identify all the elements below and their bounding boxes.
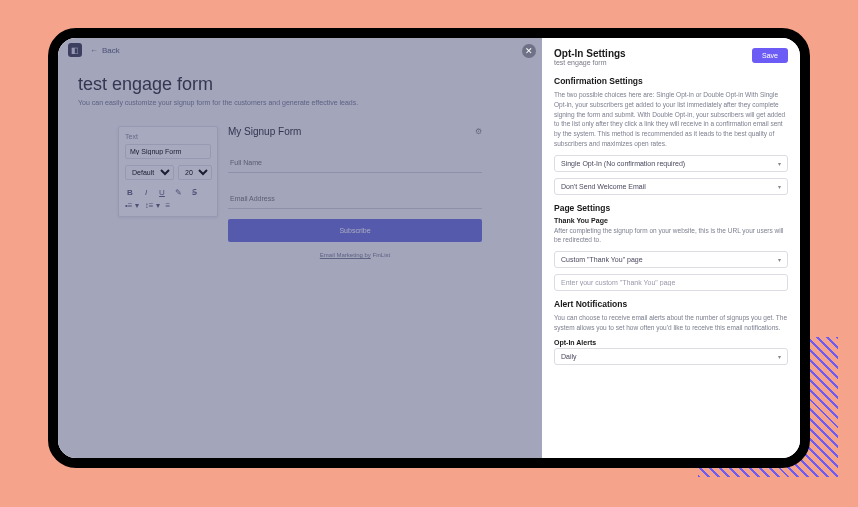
credit-line: Email Marketing by FinList: [228, 252, 482, 258]
welcome-email-select[interactable]: Don't Send Welcome Email ▾: [554, 178, 788, 195]
toolbox-label: Text: [125, 133, 211, 140]
optin-type-value: Single Opt-In (No confirmation required): [561, 160, 685, 167]
underline-icon[interactable]: U: [157, 188, 167, 197]
thankyou-sub: Thank You Page: [554, 217, 788, 224]
chevron-down-icon: ▾: [778, 183, 781, 190]
thankyou-url-input[interactable]: [554, 274, 788, 291]
align-row: •≡ ▾ ↕≡ ▾ ≡: [125, 199, 211, 210]
topbar: ◧ ← Back: [58, 38, 542, 62]
subscribe-button[interactable]: Subscribe: [228, 219, 482, 242]
alerts-frequency-value: Daily: [561, 353, 577, 360]
form-title: My Signup Form: [228, 126, 301, 137]
bold-icon[interactable]: B: [125, 188, 135, 197]
chevron-down-icon: ▾: [778, 353, 781, 360]
close-panel-button[interactable]: ✕: [522, 44, 536, 58]
gear-icon[interactable]: ⚙: [475, 127, 482, 136]
list-icon[interactable]: •≡ ▾: [125, 201, 139, 210]
lineheight-icon[interactable]: ↕≡ ▾: [145, 201, 160, 210]
text-toolbox: Text Default 20 B I U ✎ S̶ •≡ ▾: [118, 126, 218, 217]
chevron-down-icon: ▾: [778, 160, 781, 167]
strike-icon[interactable]: S̶: [189, 188, 199, 197]
page-settings-title: Page Settings: [554, 203, 788, 213]
align-icon[interactable]: ≡: [166, 201, 171, 210]
form-preview: My Signup Form ⚙ Subscribe Email Marketi…: [228, 126, 482, 258]
alerts-frequency-select[interactable]: Daily ▾: [554, 348, 788, 365]
settings-panel: Opt-In Settings test engage form Save Co…: [542, 38, 800, 458]
credit-prefix: Email Marketing by: [320, 252, 371, 258]
text-value-input[interactable]: [125, 144, 211, 159]
italic-icon[interactable]: I: [141, 188, 151, 197]
confirmation-title: Confirmation Settings: [554, 76, 788, 86]
font-size-select[interactable]: 20: [178, 165, 212, 180]
panel-title: Opt-In Settings: [554, 48, 626, 59]
chevron-down-icon: ▾: [778, 256, 781, 263]
page-title: test engage form: [78, 74, 522, 95]
optin-type-select[interactable]: Single Opt-In (No confirmation required)…: [554, 155, 788, 172]
font-family-select[interactable]: Default: [125, 165, 174, 180]
back-button[interactable]: ← Back: [90, 46, 120, 55]
back-label: Back: [102, 46, 120, 55]
arrow-left-icon: ←: [90, 46, 98, 55]
alerts-title: Alert Notifications: [554, 299, 788, 309]
page-subtitle: You can easily customize your signup for…: [78, 99, 522, 106]
alerts-sub: Opt-In Alerts: [554, 339, 788, 346]
editor-area: ✕ ◧ ← Back test engage form You can easi…: [58, 38, 542, 458]
save-button[interactable]: Save: [752, 48, 788, 63]
app-logo: ◧: [68, 43, 82, 57]
thankyou-select[interactable]: Custom "Thank You" page ▾: [554, 251, 788, 268]
thankyou-help: After completing the signup form on your…: [554, 226, 788, 246]
email-input[interactable]: [228, 189, 482, 209]
thankyou-value: Custom "Thank You" page: [561, 256, 643, 263]
alerts-help: You can choose to receive email alerts a…: [554, 313, 788, 333]
app-frame: ✕ ◧ ← Back test engage form You can easi…: [48, 28, 810, 468]
welcome-email-value: Don't Send Welcome Email: [561, 183, 646, 190]
panel-subtitle: test engage form: [554, 59, 626, 66]
confirmation-help: The two possible choices here are: Singl…: [554, 90, 788, 149]
credit-brand: FinList: [373, 252, 391, 258]
link-icon[interactable]: ✎: [173, 188, 183, 197]
format-row: B I U ✎ S̶: [125, 186, 211, 199]
fullname-input[interactable]: [228, 153, 482, 173]
